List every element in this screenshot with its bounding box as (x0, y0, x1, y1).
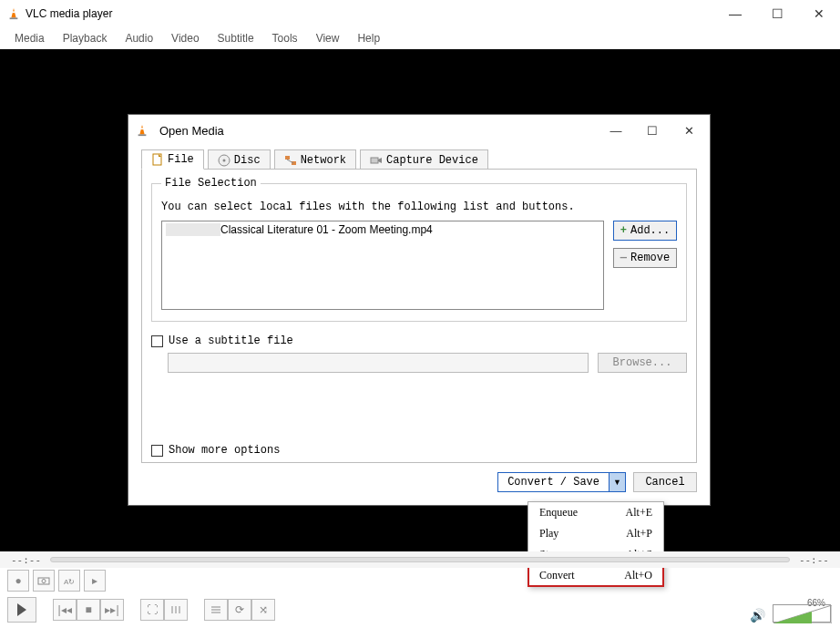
browse-button[interactable]: Browse... (598, 353, 687, 373)
svg-point-9 (222, 159, 225, 161)
seek-slider[interactable] (50, 557, 790, 562)
cancel-button[interactable]: Cancel (633, 472, 697, 492)
subtitle-checkbox-row: Use a subtitle file (151, 335, 687, 347)
remove-button[interactable]: —Remove (613, 248, 677, 268)
file-selection-group: File Selection You can select local file… (151, 177, 687, 322)
dropdown-item-play[interactable]: PlayAlt+P (528, 523, 663, 544)
frame-step-button[interactable]: ▸ (84, 570, 106, 592)
svg-rect-11 (292, 161, 296, 165)
loop-button[interactable]: ⟳ (228, 599, 251, 621)
total-time: --:-- (799, 554, 829, 566)
remove-label: Remove (630, 252, 670, 264)
minus-icon: — (620, 252, 627, 264)
show-more-label: Show more options (169, 444, 280, 457)
disc-icon (218, 154, 230, 167)
dialog-minimize[interactable]: — (608, 124, 624, 138)
menu-subtitle[interactable]: Subtitle (209, 30, 263, 46)
svg-rect-10 (285, 156, 290, 160)
svg-point-16 (42, 580, 46, 583)
elapsed-time: --:-- (11, 554, 41, 566)
add-button[interactable]: +Add... (613, 221, 677, 241)
tab-label: Capture Device (386, 154, 478, 167)
dialog-footer: Convert / Save ▼ Cancel (128, 472, 710, 505)
dropdown-item-enqueue[interactable]: EnqueueAlt+E (528, 502, 663, 523)
svg-rect-2 (12, 11, 15, 13)
convert-save-label: Convert / Save (498, 473, 609, 491)
minimize-button[interactable]: — (714, 0, 756, 27)
play-icon (17, 603, 26, 616)
subtitle-checkbox[interactable] (151, 335, 163, 347)
shuffle-button[interactable]: ⤨ (251, 599, 275, 621)
extended-settings-button[interactable] (164, 599, 188, 621)
tab-label: Disc (234, 154, 261, 167)
menu-bar: Media Playback Audio Video Subtitle Tool… (0, 27, 840, 49)
capture-icon (370, 154, 383, 167)
speaker-icon[interactable]: 🔊 (750, 608, 765, 623)
secondary-controls: ● A↻ ▸ (7, 570, 106, 592)
show-more-options[interactable]: Show more options (151, 444, 687, 457)
svg-rect-1 (10, 17, 18, 19)
list-item[interactable]: xxxxClassical Literature 01 - Zoom Meeti… (162, 221, 603, 238)
maximize-button[interactable]: ☐ (756, 0, 798, 27)
convert-save-button[interactable]: Convert / Save ▼ (497, 472, 626, 492)
menu-tools[interactable]: Tools (263, 30, 307, 46)
network-icon (284, 154, 297, 167)
svg-rect-4 (138, 134, 147, 136)
menu-video[interactable]: Video (162, 30, 208, 46)
tab-row: File Disc Network Capture Device (141, 149, 697, 170)
prev-button[interactable]: |◂◂ (53, 599, 77, 621)
app-title: VLC media player (26, 7, 112, 20)
menu-media[interactable]: Media (5, 30, 54, 46)
vlc-cone-icon (7, 7, 20, 20)
vlc-cone-icon (136, 124, 149, 137)
menu-playback[interactable]: Playback (54, 30, 117, 46)
menu-audio[interactable]: Audio (116, 30, 162, 46)
playlist-button[interactable] (204, 599, 228, 621)
dropdown-arrow-icon[interactable]: ▼ (609, 473, 625, 491)
file-selection-hint: You can select local files with the foll… (161, 201, 677, 213)
main-title-bar: VLC media player — ☐ ✕ (0, 0, 840, 27)
subtitle-path-input[interactable] (168, 353, 589, 373)
tab-capture[interactable]: Capture Device (360, 149, 488, 170)
dialog-title: Open Media (159, 124, 224, 138)
dialog-maximize[interactable]: ☐ (644, 124, 661, 138)
menu-help[interactable]: Help (348, 30, 389, 46)
open-media-dialog: Open Media — ☐ ✕ File Disc Network Captu… (128, 114, 711, 506)
stop-button[interactable]: ■ (77, 599, 100, 621)
file-list[interactable]: xxxxClassical Literature 01 - Zoom Meeti… (161, 221, 604, 310)
show-more-checkbox[interactable] (151, 445, 163, 457)
tab-file[interactable]: File (141, 149, 204, 170)
close-button[interactable]: ✕ (798, 0, 840, 27)
plus-icon: + (620, 224, 627, 237)
dialog-title-bar: Open Media — ☐ ✕ (128, 115, 710, 146)
next-button[interactable]: ▸▸| (100, 599, 124, 621)
seek-bar-row: --:-- --:-- (0, 551, 840, 568)
tab-disc[interactable]: Disc (208, 149, 271, 170)
primary-controls: |◂◂ ■ ▸▸| ⛶ ⟳ ⤨ (7, 597, 275, 623)
svg-marker-14 (378, 158, 382, 163)
volume-slider[interactable] (773, 604, 831, 623)
menu-view[interactable]: View (307, 30, 349, 46)
play-button[interactable] (7, 597, 36, 623)
add-label: Add... (630, 224, 670, 237)
file-name: Classical Literature 01 - Zoom Meeting.m… (220, 223, 433, 236)
tab-label: Network (301, 154, 346, 167)
svg-rect-5 (140, 128, 144, 129)
convert-dropdown: EnqueueAlt+E PlayAlt+P StreamAlt+S Conve… (528, 501, 664, 587)
svg-text:A↻: A↻ (64, 578, 75, 585)
volume-area: 🔊 (750, 604, 831, 623)
tab-network[interactable]: Network (274, 149, 356, 170)
file-selection-legend: File Selection (161, 177, 261, 190)
loop-a-b-button[interactable]: A↻ (58, 570, 80, 592)
file-icon (151, 153, 164, 166)
dropdown-item-convert[interactable]: ConvertAlt+O (528, 565, 663, 586)
svg-rect-13 (371, 158, 378, 163)
tab-panel-file: File Selection You can select local file… (141, 169, 697, 463)
record-button[interactable]: ● (7, 570, 29, 592)
dialog-close[interactable]: ✕ (681, 124, 697, 138)
subtitle-checkbox-label: Use a subtitle file (169, 335, 293, 347)
window-controls: — ☐ ✕ (714, 0, 840, 27)
tab-label: File (168, 153, 194, 166)
snapshot-button[interactable] (33, 570, 55, 592)
fullscreen-button[interactable]: ⛶ (140, 599, 164, 621)
